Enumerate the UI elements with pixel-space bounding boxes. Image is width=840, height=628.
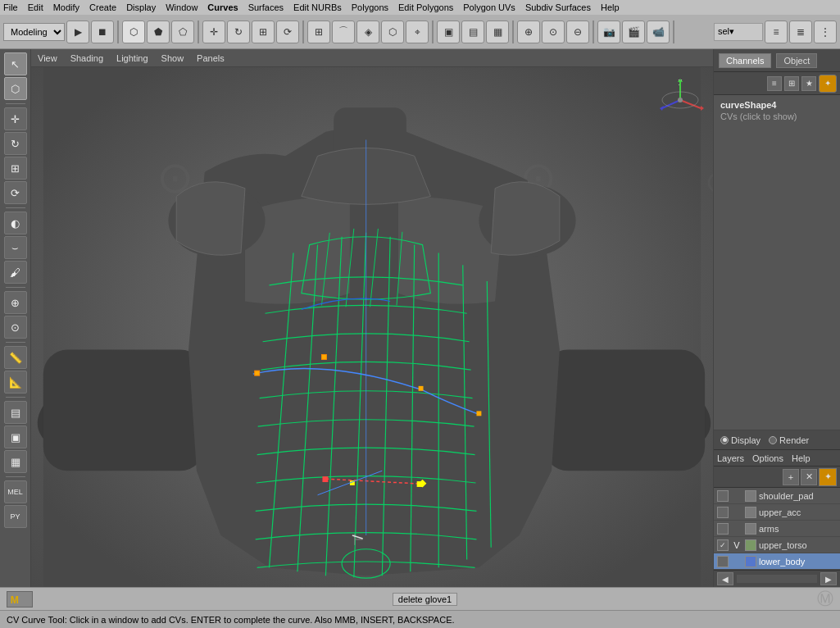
toolbar-snap-point[interactable]: ◈	[356, 20, 379, 43]
layers-menu[interactable]: Layers	[717, 453, 744, 463]
toolbar-btn-2[interactable]: ⏹	[91, 20, 114, 43]
menu-edit-curves[interactable]: Curves	[207, 2, 238, 12]
mode-dropdown[interactable]: Modeling	[3, 23, 65, 41]
toolbar-lasso[interactable]: ⬟	[147, 20, 170, 43]
ltool-select-arrow[interactable]: ↖	[4, 52, 27, 75]
toolbar-ipr[interactable]: ▤	[461, 20, 484, 43]
toolbar-mirror[interactable]: ⊖	[566, 20, 589, 43]
ltool-move[interactable]: ✛	[4, 107, 27, 130]
layer-delete-btn[interactable]: ✕	[801, 469, 817, 485]
toolbar-snap-grid[interactable]: ⊞	[307, 20, 330, 43]
ltool-transform[interactable]: ⟳	[4, 181, 27, 204]
menu-polygons[interactable]: Polygons	[352, 2, 388, 12]
menu-help[interactable]: Help	[601, 2, 620, 12]
menu-display[interactable]: Display	[126, 2, 156, 12]
ch-icon-1[interactable]: ≡	[767, 76, 782, 91]
toolbar-menu-3[interactable]: ⋮	[814, 20, 837, 43]
ltool-select-region[interactable]: ⬡	[4, 77, 27, 100]
radio-render[interactable]: Render	[769, 435, 809, 445]
menu-edit[interactable]: Edit	[28, 2, 43, 12]
menu-subdiv-surfaces[interactable]: Subdiv Surfaces	[525, 2, 591, 12]
layer-row-arms[interactable]: arms	[714, 521, 840, 537]
toolbar-render[interactable]: ▦	[486, 20, 509, 43]
toolbar-camera[interactable]: 📷	[597, 20, 620, 43]
toolbar-transform[interactable]: ⟳	[276, 20, 299, 43]
ltool-python[interactable]: PY	[4, 505, 27, 528]
toolbar-btn-1[interactable]: ▶	[66, 20, 89, 43]
vp-menu-show[interactable]: Show	[161, 53, 184, 63]
ch-icon-3[interactable]: ★	[801, 76, 816, 91]
toolbar-snap-live[interactable]: ⌖	[406, 20, 429, 43]
layer-row-lower-body[interactable]: lower_body	[714, 553, 840, 570]
ltool-layer-display[interactable]: ▤	[4, 401, 27, 424]
layer-name-lower-body: lower_body	[759, 557, 837, 567]
toolbar-camera2[interactable]: 🎬	[622, 20, 645, 43]
layer-row-upper-torso[interactable]: ✓ V upper_torso	[714, 537, 840, 553]
layer-icon[interactable]: ✦	[819, 468, 837, 486]
ltool-script[interactable]: MEL	[4, 480, 27, 503]
toolbar-paint-select[interactable]: ⬠	[171, 20, 194, 43]
layer-row-upper-acc[interactable]: upper_acc	[714, 504, 840, 521]
ltool-paint[interactable]: 🖌	[4, 261, 27, 284]
menu-create[interactable]: Create	[89, 2, 116, 12]
layer-new-btn[interactable]: +	[783, 469, 799, 485]
radio-display[interactable]: Display	[720, 435, 761, 445]
vp-menu-panels[interactable]: Panels	[197, 53, 225, 63]
toolbar-snap-view[interactable]: ⬡	[381, 20, 404, 43]
scroll-right[interactable]: ▶	[820, 572, 837, 585]
menu-surfaces[interactable]: Surfaces	[248, 2, 284, 12]
toolbar-show-gizmo[interactable]: ⊙	[542, 20, 565, 43]
tab-channels[interactable]: Channels	[719, 53, 771, 68]
ltool-soft-mod[interactable]: ◐	[4, 212, 27, 234]
scroll-left[interactable]: ◀	[717, 572, 733, 585]
toolbar-menu-1[interactable]: ≡	[765, 20, 788, 43]
toolbar-rotate[interactable]: ↻	[227, 20, 250, 43]
scroll-track[interactable]	[737, 575, 817, 583]
ltool-sculpt[interactable]: ⌣	[4, 236, 27, 259]
layer-check-3[interactable]	[717, 523, 729, 535]
toolbar-move[interactable]: ✛	[202, 20, 225, 43]
ltool-rotate[interactable]: ↻	[4, 132, 27, 155]
layer-check-4[interactable]: ✓	[717, 539, 729, 551]
menu-edit-nurbs[interactable]: Edit NURBs	[293, 2, 342, 12]
toolbar-menu-2[interactable]: ≣	[789, 20, 812, 43]
toolbar-render-region[interactable]: ▣	[437, 20, 460, 43]
ltool-measure2[interactable]: 📐	[4, 371, 27, 394]
ch-icon-4[interactable]: ✦	[819, 75, 837, 93]
ltool-layer-render[interactable]: ▦	[4, 450, 27, 473]
toolbar-select[interactable]: ⬡	[122, 20, 145, 43]
ltool-measure[interactable]: 📏	[4, 346, 27, 369]
curve-cvs-link[interactable]: CVs (click to show)	[714, 111, 840, 125]
vp-menu-view[interactable]: View	[38, 53, 57, 63]
layer-row-shoulder-pad[interactable]: shoulder_pad	[714, 488, 840, 504]
toolbar-camera3[interactable]: 📹	[647, 20, 670, 43]
menu-file[interactable]: File	[3, 2, 18, 12]
viewport-3d[interactable]: ⚙ ⊙ ⊙ ⊙ ⊙ ⊙ ⊙	[31, 67, 713, 587]
menu-polygon-uvs[interactable]: Polygon UVs	[463, 2, 515, 12]
ltool-show-manip[interactable]: ⊕	[4, 291, 27, 314]
ch-icon-2[interactable]: ⊞	[784, 76, 799, 91]
menu-edit-polygons[interactable]: Edit Polygons	[398, 2, 453, 12]
layer-check-2[interactable]	[717, 507, 729, 518]
channels-header: Channels Object	[714, 49, 840, 72]
viewport[interactable]: View Shading Lighting Show Panels ⚙	[31, 49, 713, 587]
ltool-snap-together[interactable]: ⊙	[4, 316, 27, 339]
vp-menu-shading[interactable]: Shading	[70, 53, 103, 63]
menu-window[interactable]: Window	[166, 2, 198, 12]
help-menu[interactable]: Help	[792, 453, 810, 463]
toolbar-scale[interactable]: ⊞	[252, 20, 275, 43]
delete-badge: delete glove1	[393, 593, 457, 606]
layer-check-1[interactable]	[717, 490, 729, 502]
layer-vis-1[interactable]	[825, 490, 837, 502]
ltool-layer-anim[interactable]: ▣	[4, 425, 27, 448]
options-menu[interactable]: Options	[752, 453, 783, 463]
ltool-scale[interactable]: ⊞	[4, 157, 27, 180]
menu-modify[interactable]: Modify	[53, 2, 79, 12]
layer-color-2	[745, 507, 756, 518]
vp-menu-lighting[interactable]: Lighting	[116, 53, 148, 63]
selection-field[interactable]	[714, 23, 763, 41]
toolbar-snap-curve[interactable]: ⌒	[332, 20, 355, 43]
toolbar-show-manips[interactable]: ⊕	[517, 20, 540, 43]
layer-check-5[interactable]	[717, 556, 729, 567]
tab-object[interactable]: Object	[776, 53, 817, 68]
